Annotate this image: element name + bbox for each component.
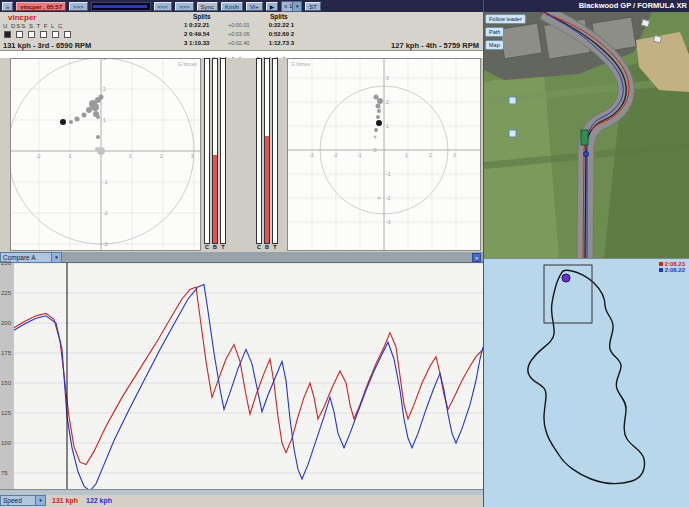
gforce-label-right: G forces [291,61,310,67]
splits-right-column: 0:22.22 10:52.60 21:12.73 3 [258,21,294,48]
aerial-view-image [484,12,689,258]
playback-speed-value: x 1 [284,3,292,9]
graph-top-scrollbar[interactable]: ▪ [0,252,483,263]
channel-toggle-checkbox[interactable] [64,31,71,38]
aerial-title: Blackwood GP / FORMULA XR [484,0,689,12]
track-outline-canvas [484,259,689,507]
y-axis-tick-label: 150 [1,380,11,386]
play-button[interactable]: ▶ [266,2,279,11]
gforce-panel: -3-3-2-2-1-1112233 G forces CBT CBT -3-3… [0,58,483,252]
pedal-bar-c [204,58,210,244]
svg-text:-1: -1 [386,171,391,177]
graph-bottom-bar: Speed ▼ 131 kph 122 kph [0,495,483,507]
svg-text:2: 2 [429,152,432,158]
svg-text:-2: -2 [333,152,338,158]
car-position-dot [562,274,570,282]
car-dot [584,152,589,157]
step-back-button[interactable]: <<< [154,2,173,11]
gforce-plot-right: -3-3-2-2-1-1112233 G forces [287,58,481,251]
svg-text:3: 3 [191,153,194,159]
svg-text:1: 1 [103,117,106,123]
pedal-bar-label: B [263,244,271,250]
step-forward-button[interactable]: >>> [175,2,194,11]
zoom-region-box [544,265,592,323]
map-button[interactable]: Map [485,40,504,50]
svg-text:-2: -2 [386,195,391,201]
follow-leader-button[interactable]: Follow leader [485,14,526,24]
splits-header-right: Splits [270,13,288,20]
lap-color-swatch [659,262,663,266]
path-button[interactable]: Path [485,27,504,37]
view-plus-button[interactable]: Vi+ [246,2,263,11]
y-axis-tick-label: 75 [1,470,8,476]
track-outline-panel[interactable]: 2:08.232:08.22 [483,258,689,507]
y-axis-tick-label: 100 [1,440,11,446]
channel-toggle-row [4,31,71,38]
aerial-view-panel[interactable]: Blackwood GP / FORMULA XR [483,0,689,258]
playback-speed-select[interactable]: x 1 ▼ [281,1,302,12]
svg-text:-3: -3 [386,219,391,225]
graph-bottom-channel-select[interactable]: Speed ▼ [0,495,46,506]
y-axis-tick-label: 175 [1,350,11,356]
splits-row: 0:22.22 1 [258,21,294,30]
driver-lap-button[interactable]: vincper , 05:57 [16,2,66,11]
splits-row: 1:12.73 3 [258,39,294,48]
lap-legend-row: 2:08.22 [659,267,685,273]
y-axis-tick-label: 250 [1,260,11,266]
svg-text:-1: -1 [357,152,362,158]
pedal-bar-label: T [219,244,227,250]
splits-row: 1 0:22.21 [184,21,228,30]
channel-toggle-checkbox[interactable] [40,31,47,38]
lap-color-swatch [659,268,663,272]
svg-text:3: 3 [453,152,456,158]
svg-text:3: 3 [386,75,389,81]
splits-row: 3 1:10.33 [184,39,228,48]
brake-fill [213,155,217,243]
track-outline-path [528,270,644,483]
replay-position-slider[interactable] [91,2,151,11]
splits-row: 0:52.60 2 [258,30,294,39]
channel-toggle-checkbox[interactable] [52,31,59,38]
fast-forward-button[interactable]: >>> [69,2,88,11]
st-button[interactable]: ST [305,2,321,11]
svg-text:1: 1 [386,123,389,129]
pedal-bar-c [256,58,262,244]
skip-button[interactable]: » [2,2,13,11]
slider-fill [93,5,147,8]
channel-toggle-checkbox[interactable] [16,31,23,38]
pedal-bar-b [264,58,270,244]
pedal-bar-label: T [271,244,279,250]
gforce-label-left: G forces [178,61,197,67]
driver-name: vincper [8,13,36,22]
pedal-bar-label: C [255,244,263,250]
channel-toggle-checkbox[interactable] [28,31,35,38]
splits-row: +0:03.06 [228,30,260,39]
svg-text:-3: -3 [103,241,108,247]
svg-text:2: 2 [386,99,389,105]
graph-bottom-channel-value: Speed [3,497,22,504]
splits-row: +0:00.01 [228,21,260,30]
status-left: 131 kph - 3rd - 6590 RPM [3,41,91,50]
start-marker [581,130,588,145]
units-button[interactable]: Km/h [221,2,243,11]
graph-scroll-button[interactable]: ▪ [472,253,481,262]
sync-button[interactable]: Sync [197,2,218,11]
speed-graph-canvas[interactable] [0,263,483,489]
telemetry-app-window: » vincper , 05:57 >>> <<< >>> Sync Km/h … [0,0,689,507]
info-band: vincper U DSS S T F L C 131 kph - 3rd - … [0,12,483,58]
pedal-bar-label: B [211,244,219,250]
svg-text:1: 1 [405,152,408,158]
splits-left-column: 1 0:22.212 0:49.543 1:10.33 [184,21,228,48]
lap-time: 2:08.22 [665,267,685,273]
svg-text:2: 2 [103,86,106,92]
pedal-bar-b [212,58,218,244]
svg-text:-2: -2 [36,153,41,159]
svg-text:3: 3 [103,59,106,61]
svg-text:-1: -1 [67,153,72,159]
pedal-bar-t [220,58,226,244]
channel-toggle-checkbox[interactable] [4,31,11,38]
channel-toggle-caption: U DSS S T F L C [3,23,63,29]
chevron-down-icon: ▼ [35,496,45,505]
gforce-plot-left-canvas: -3-3-2-2-1-1112233 [11,59,200,250]
gforce-plot-left: -3-3-2-2-1-1112233 G forces [10,58,201,251]
